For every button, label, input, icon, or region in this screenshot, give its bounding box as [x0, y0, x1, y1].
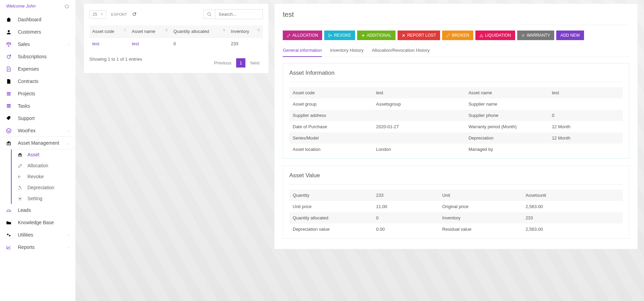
- nav-item-sales[interactable]: Sales‹: [0, 38, 75, 50]
- chevron-icon: ‹: [68, 245, 69, 249]
- chevron-icon: ‹: [68, 43, 69, 46]
- gauge-icon: [6, 208, 13, 213]
- info-row: Unit price11.00Original price2,563.00: [289, 201, 623, 212]
- info-row: Asset groupAssetsgroupSupplier name: [289, 98, 623, 110]
- list-icon: [6, 104, 13, 109]
- info-row: Asset codetestAsset nametest: [289, 87, 623, 98]
- sidebar: Welcome John DashboardCustomersSales‹Sub…: [0, 0, 75, 301]
- info-row: Quantity233UnitAssetsunit: [289, 190, 623, 201]
- nav-item-contracts[interactable]: Contracts: [0, 75, 75, 87]
- report-lost-button[interactable]: REPORT LOST: [398, 31, 440, 40]
- file-icon: [6, 67, 13, 72]
- search-icon: [203, 10, 215, 19]
- prev-button[interactable]: Previous: [210, 58, 235, 68]
- asset-list-panel: 25 ▼ EXPORT Asset code⥮Asset name⇅Quanti…: [84, 3, 269, 73]
- bank-icon: [6, 141, 13, 146]
- col-inventory[interactable]: Inventory⇅: [228, 25, 263, 38]
- welcome-text: Welcome John: [6, 3, 36, 9]
- bank-icon: [18, 153, 24, 157]
- nav-item-customers[interactable]: Customers: [0, 26, 75, 38]
- subnav-setting[interactable]: Setting: [12, 193, 75, 204]
- nav-item-projects[interactable]: Projects: [0, 87, 75, 100]
- nav-item-dashboard[interactable]: Dashboard: [0, 13, 75, 26]
- asset-value-box: Asset Value Quantity233UnitAssetsunitUni…: [283, 166, 629, 239]
- back-icon: [18, 174, 24, 179]
- info-row: Date of Purchase2020-01-27Warranty perio…: [289, 121, 623, 132]
- cogs-icon: [6, 232, 13, 238]
- edit-icon: [18, 164, 24, 168]
- subnav-depreciation[interactable]: Depreciation: [12, 182, 75, 193]
- asset-code-link[interactable]: test: [92, 41, 99, 46]
- nav-item-asset-management[interactable]: Asset Management⌄: [0, 137, 75, 149]
- asset-name-link[interactable]: test: [132, 41, 139, 46]
- liquidation-button[interactable]: LIQUIDATION: [475, 31, 515, 40]
- page-size-select[interactable]: 25 ▼: [89, 10, 106, 19]
- col-asset-name[interactable]: Asset name⇅: [129, 25, 171, 38]
- gavel-icon: [18, 185, 24, 190]
- revoke-button[interactable]: REVOKE: [324, 31, 355, 40]
- sort-icon: ⥮: [124, 29, 126, 32]
- nav-item-tasks[interactable]: Tasks: [0, 100, 75, 112]
- detail-title: test: [283, 11, 629, 19]
- chevron-down-icon: ▼: [100, 13, 103, 16]
- export-button[interactable]: EXPORT: [111, 12, 127, 16]
- info-row: Quantity allocated0Inventory233: [289, 212, 623, 224]
- nav-item-support[interactable]: Support: [0, 112, 75, 124]
- chevron-icon: ‹: [68, 233, 69, 237]
- doc-icon: [6, 79, 13, 84]
- menu-icon: [6, 91, 13, 96]
- table-row[interactable]: test test 0 233: [89, 38, 263, 50]
- sort-icon: ⇅: [223, 29, 226, 32]
- add-new-button[interactable]: ADD NEW: [556, 31, 584, 40]
- col-quantity-allocated[interactable]: Quantity allocated⇅: [171, 25, 228, 38]
- tag-icon: [6, 116, 13, 121]
- scale-icon: [6, 42, 13, 47]
- next-button[interactable]: Next: [247, 58, 263, 68]
- chart-icon: [6, 245, 13, 250]
- info-heading: Asset Information: [289, 70, 623, 76]
- logout-icon[interactable]: [64, 4, 69, 9]
- subnav-revoke[interactable]: Revoke: [12, 171, 75, 182]
- asset-info-box: Asset Information Asset codetestAsset na…: [283, 63, 629, 159]
- search-input[interactable]: [215, 9, 263, 19]
- nav-item-knowledge-base[interactable]: Knowledge Base: [0, 216, 75, 229]
- subnav-allocation[interactable]: Allocation: [12, 160, 75, 171]
- refresh-icon: [6, 54, 13, 59]
- info-row: Depreciation value0.00Residual value2,56…: [289, 224, 623, 235]
- warranty-button[interactable]: WARRANTY: [517, 31, 554, 40]
- subnav-asset[interactable]: Asset: [12, 149, 75, 160]
- additional-button[interactable]: ADDITIONAL: [357, 31, 396, 40]
- nav-item-woofex[interactable]: WooFex‹: [0, 124, 75, 137]
- nav-item-subscriptions[interactable]: Subscriptions: [0, 50, 75, 63]
- sort-icon: ⇅: [165, 29, 168, 32]
- info-row: Supplier addressSupplier phone0: [289, 110, 623, 121]
- folder-icon: [6, 220, 13, 225]
- asset-detail-panel: test ALLOCATION REVOKE ADDITIONAL REPORT…: [274, 3, 638, 249]
- tab-inventory-history[interactable]: Inventory History: [330, 45, 364, 57]
- home-icon: [6, 17, 13, 22]
- nav-item-utilities[interactable]: Utilities‹: [0, 229, 75, 241]
- broken-button[interactable]: BROKEN: [442, 31, 473, 40]
- sort-icon: ⇅: [257, 29, 260, 32]
- allocation-button[interactable]: ALLOCATION: [283, 31, 322, 40]
- nav-item-leads[interactable]: Leads: [0, 204, 75, 216]
- wp-icon: [6, 128, 13, 133]
- refresh-icon[interactable]: [132, 12, 136, 16]
- chevron-icon: ⌄: [66, 141, 69, 145]
- tab-general-information[interactable]: General information: [283, 45, 322, 57]
- col-asset-code[interactable]: Asset code⥮: [89, 25, 129, 38]
- nav-item-reports[interactable]: Reports‹: [0, 241, 75, 253]
- cog-icon: [18, 196, 24, 201]
- nav-item-expenses[interactable]: Expenses: [0, 63, 75, 75]
- chevron-icon: ‹: [68, 129, 69, 133]
- info-row: Series/ModelDepreciation12 Month: [289, 132, 623, 144]
- info-row: Asset locationLondonManaged by: [289, 144, 623, 155]
- value-heading: Asset Value: [289, 172, 623, 179]
- page-1[interactable]: 1: [236, 58, 245, 68]
- asset-table: Asset code⥮Asset name⇅Quantity allocated…: [89, 25, 263, 50]
- tab-allocation-revocation-history[interactable]: Allocation/Revocation History: [372, 45, 430, 57]
- user-icon: [6, 29, 13, 35]
